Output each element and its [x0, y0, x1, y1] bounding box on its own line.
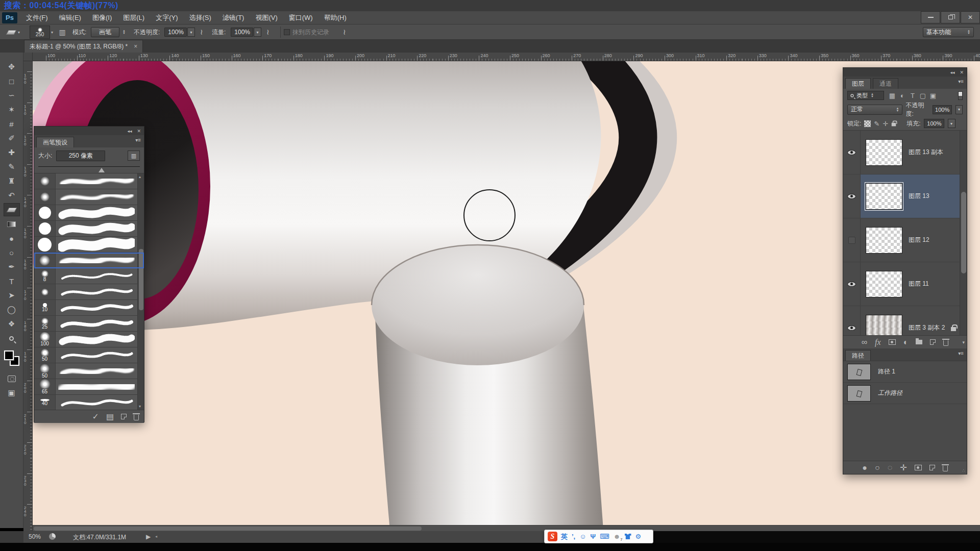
- layer-list-scrollbar[interactable]: [960, 131, 967, 335]
- vertical-ruler[interactable]: 1 0 01 1 01 2 01 3 01 4 01 5 01 6 01 7 0…: [23, 61, 33, 531]
- screen-mode-button[interactable]: ▣: [4, 386, 20, 399]
- eraser-tool[interactable]: [4, 203, 20, 216]
- filter-smart-objects-icon[interactable]: ▣: [928, 92, 938, 99]
- layer-row-main[interactable]: 图层 13: [861, 174, 967, 218]
- dodge-tool[interactable]: ○: [4, 246, 20, 259]
- filter-toggle-switch[interactable]: [958, 91, 963, 100]
- tab-layers[interactable]: 图层: [845, 78, 871, 89]
- collapse-panel-icon[interactable]: ◂◂: [950, 70, 954, 75]
- layer-visibility-toggle[interactable]: [843, 262, 861, 306]
- layer-visibility-toggle[interactable]: [843, 218, 861, 262]
- ime-language-mode[interactable]: 英: [561, 532, 568, 541]
- brush-preset-picker[interactable]: 250 ▾: [30, 24, 53, 40]
- flow-field[interactable]: 100% ▾: [231, 24, 261, 40]
- brush-preset-row[interactable]: [34, 221, 144, 237]
- path-select-tool[interactable]: ➤: [4, 289, 20, 302]
- mode-select[interactable]: 画笔 ▲▼: [91, 24, 126, 40]
- blend-mode-select[interactable]: 正常▲▼: [847, 105, 902, 115]
- flow-dropdown[interactable]: ▾: [254, 28, 261, 37]
- brush-preset-row[interactable]: 10: [34, 300, 144, 316]
- brush-list-scrollbar[interactable]: ▴▾: [137, 173, 144, 410]
- zoom-level-field[interactable]: 50%: [29, 533, 41, 540]
- layer-row[interactable]: 图层 11: [843, 262, 967, 306]
- tab-brush-presets[interactable]: 画笔预设: [36, 137, 74, 147]
- type-tool[interactable]: T: [4, 274, 20, 288]
- filter-type-layers-icon[interactable]: T: [908, 92, 918, 99]
- ime-keyboard-icon[interactable]: ⌨: [600, 533, 609, 540]
- quick-mask-button[interactable]: [4, 372, 20, 385]
- menu-item-6[interactable]: 滤镜(T): [217, 11, 250, 24]
- new-path-icon[interactable]: [929, 465, 935, 470]
- window-minimize-button[interactable]: [921, 11, 940, 23]
- ime-skin-icon[interactable]: [625, 534, 631, 539]
- resize-grip[interactable]: ∴: [962, 468, 965, 473]
- new-layer-icon[interactable]: [930, 339, 936, 345]
- menu-item-8[interactable]: 窗口(W): [283, 11, 318, 24]
- lock-all-icon[interactable]: [892, 123, 896, 127]
- delete-brush-button[interactable]: [134, 415, 139, 420]
- crop-tool[interactable]: #: [4, 117, 20, 131]
- window-close-button[interactable]: ✕: [961, 11, 980, 23]
- brush-preset-row[interactable]: [34, 173, 144, 189]
- toggle-brush-panel-button[interactable]: ▥: [57, 24, 67, 40]
- shape-tool[interactable]: ◯: [4, 303, 20, 316]
- slider-thumb[interactable]: [99, 168, 105, 172]
- sogou-logo[interactable]: S: [548, 532, 557, 541]
- blur-tool[interactable]: ●: [4, 232, 20, 245]
- close-panel-icon[interactable]: ✕: [137, 129, 141, 134]
- brush-panel-toggle-icon[interactable]: ▥: [128, 151, 140, 161]
- gradient-tool[interactable]: [4, 217, 20, 231]
- ime-account-icon[interactable]: ☻7: [614, 533, 621, 540]
- document-profile-icon[interactable]: [49, 533, 56, 541]
- menu-item-9[interactable]: 帮助(H): [318, 11, 352, 24]
- menu-item-1[interactable]: 编辑(E): [54, 11, 87, 24]
- close-document-icon[interactable]: ×: [134, 43, 137, 50]
- layer-visibility-toggle[interactable]: [843, 131, 861, 174]
- selection-as-path-icon[interactable]: ✛: [900, 463, 906, 472]
- layer-visibility-toggle[interactable]: [843, 174, 861, 218]
- status-options-arrow[interactable]: ▶: [146, 533, 151, 540]
- layer-visibility-toggle[interactable]: [843, 306, 861, 335]
- foreground-color-chip[interactable]: [4, 350, 14, 360]
- layer-row-main[interactable]: 图层 11: [861, 262, 967, 306]
- menu-item-7[interactable]: 视图(V): [250, 11, 283, 24]
- layer-row-main[interactable]: 图层 13 副本: [861, 131, 967, 174]
- marquee-tool[interactable]: □: [4, 74, 20, 88]
- ruler-corner[interactable]: [23, 53, 33, 61]
- lock-pixels-icon[interactable]: ✎: [874, 120, 879, 128]
- erase-history-checkbox[interactable]: [284, 29, 290, 35]
- document-tab[interactable]: 未标题-1 @ 50% (图层 13, RGB/8) * ×: [24, 40, 143, 53]
- workspace-switcher[interactable]: 基本功能▲▼: [923, 24, 974, 40]
- menu-item-2[interactable]: 图像(I): [87, 11, 117, 24]
- menu-item-3[interactable]: 图层(L): [117, 11, 150, 24]
- lasso-tool[interactable]: ∽: [4, 89, 20, 102]
- layer-row-main[interactable]: 图层 3 副本 2: [861, 306, 967, 335]
- move-tool[interactable]: ✥: [4, 60, 20, 73]
- new-group-icon[interactable]: [916, 340, 922, 344]
- path-as-selection-icon[interactable]: ◌: [888, 463, 893, 472]
- collapse-panel-icon[interactable]: ◂◂: [127, 129, 132, 134]
- hand-tool[interactable]: ❖: [4, 317, 20, 331]
- opacity-field[interactable]: 100% ▾: [164, 24, 195, 40]
- scrollbar-left-arrow[interactable]: ◂: [155, 534, 157, 539]
- link-layers-icon[interactable]: ∞: [862, 338, 867, 347]
- fill-path-icon[interactable]: ●: [862, 463, 867, 472]
- new-brush-button[interactable]: [121, 414, 127, 419]
- brush-preset-row[interactable]: 65: [34, 379, 144, 395]
- filter-shape-layers-icon[interactable]: ▢: [918, 92, 928, 99]
- layer-style-icon[interactable]: fx: [875, 338, 881, 347]
- document-canvas[interactable]: [33, 61, 980, 531]
- panel-menu-icon[interactable]: ▾≡: [958, 350, 964, 356]
- panel-menu-icon[interactable]: ▾≡: [958, 79, 964, 84]
- layer-row[interactable]: 图层 13: [843, 174, 967, 218]
- ime-settings-icon[interactable]: ⚙: [635, 533, 642, 540]
- lock-transparency-icon[interactable]: [864, 120, 871, 127]
- zoom-tool[interactable]: [4, 332, 20, 345]
- brush-preset-row[interactable]: [34, 284, 144, 300]
- brush-preset-row[interactable]: [34, 237, 144, 253]
- pen-tool[interactable]: ✒: [4, 260, 20, 273]
- display-mode[interactable]: ▤: [106, 412, 114, 421]
- horizontal-ruler[interactable]: 1001101201301401501601701801902002102202…: [33, 53, 980, 61]
- path-row[interactable]: 工作路径: [843, 383, 967, 404]
- layer-row[interactable]: 图层 12: [843, 218, 967, 262]
